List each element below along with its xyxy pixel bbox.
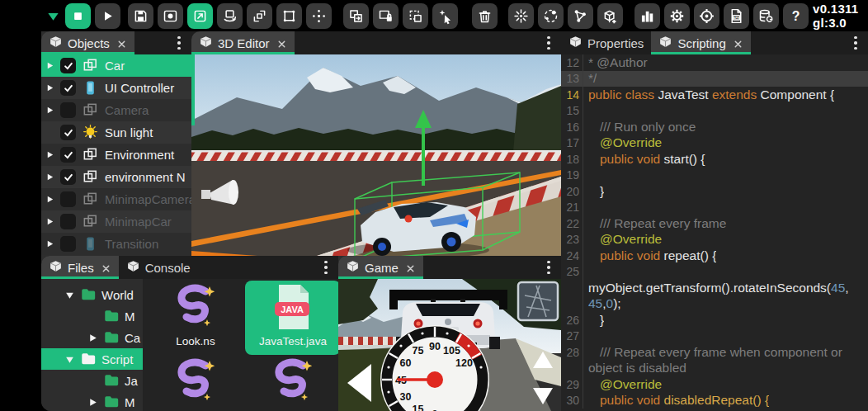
object-row-ui-controller[interactable]: UI Controller — [41, 77, 191, 99]
code-line: 13 */ — [561, 71, 868, 87]
object-label: Environment — [105, 148, 174, 162]
delete-button[interactable] — [472, 3, 498, 29]
code-text: */ — [588, 71, 597, 86]
visibility-checkbox[interactable] — [60, 125, 76, 140]
visibility-checkbox[interactable] — [60, 214, 76, 229]
scripting-menu-button[interactable] — [847, 31, 865, 54]
visibility-checkbox[interactable] — [60, 58, 76, 73]
code-editor[interactable]: 12 * @Author13 */14public class JavaTest… — [561, 54, 868, 411]
settings-button[interactable] — [664, 3, 690, 29]
move-tool-button[interactable] — [187, 3, 213, 29]
scale-tool-button[interactable] — [247, 3, 272, 29]
line-number: 28 — [561, 344, 583, 361]
file-look-ns[interactable]: Look.ns — [148, 281, 243, 355]
line-number: 18 — [561, 151, 583, 168]
flare-button[interactable] — [508, 3, 534, 29]
nodes-icon — [572, 7, 589, 25]
close-icon[interactable] — [733, 38, 743, 49]
close-icon[interactable] — [405, 262, 416, 273]
add-object-button[interactable] — [597, 3, 623, 29]
trash-icon — [476, 7, 493, 25]
files-panel: FilesConsole WorldMCaScriptJaM Look.nsJA… — [41, 256, 338, 411]
line-number: 29 — [561, 376, 583, 393]
tab-scripting[interactable]: Scripting — [651, 31, 750, 54]
help-button[interactable]: ? — [783, 3, 809, 29]
object-row-car[interactable]: Car — [41, 54, 191, 77]
line-number: 25 — [561, 264, 583, 281]
3d-editor-menu-button[interactable] — [540, 31, 558, 54]
file-minimapcar-ns[interactable]: MinimapCar.ns — [148, 355, 243, 411]
expand-arrow-icon[interactable] — [45, 195, 54, 204]
code-line: 26} — [561, 312, 868, 328]
3d-viewport[interactable] — [191, 54, 561, 256]
project-settings-button[interactable] — [694, 3, 719, 29]
version-label: v0.1311 gl:3.0 — [813, 2, 860, 30]
pivot-tool-button[interactable] — [306, 3, 332, 29]
stats-button[interactable] — [634, 3, 660, 29]
tree-label: Ja — [125, 374, 138, 388]
expand-arrow-icon[interactable] — [45, 217, 54, 226]
close-icon[interactable] — [101, 262, 111, 273]
tab-3d-editor[interactable]: 3D Editor — [191, 31, 295, 54]
files-menu-button[interactable] — [317, 256, 335, 279]
play-button[interactable] — [95, 3, 120, 29]
nodes-button[interactable] — [568, 3, 593, 29]
line-number: 13 — [561, 71, 583, 87]
close-icon[interactable] — [116, 38, 127, 49]
duplicate-button[interactable] — [343, 3, 369, 29]
visibility-checkbox[interactable] — [60, 147, 76, 163]
tab-properties[interactable]: Properties — [561, 31, 651, 54]
tab-game[interactable]: Game — [338, 256, 423, 279]
visibility-checkbox[interactable] — [60, 80, 76, 96]
game-menu-button[interactable] — [540, 256, 558, 279]
svg-text:JAVA: JAVA — [281, 305, 304, 314]
expand-arrow-icon[interactable] — [45, 61, 54, 70]
save-button[interactable] — [128, 3, 153, 29]
expand-arrow-icon[interactable] — [45, 150, 54, 159]
rotate-tool-button[interactable] — [217, 3, 243, 29]
game-viewport[interactable]: 0153045607590105120 — [338, 279, 561, 411]
visibility-checkbox[interactable] — [60, 102, 76, 118]
rect-tool-button[interactable] — [276, 3, 302, 29]
touch-select-button[interactable] — [432, 3, 458, 29]
visibility-checkbox[interactable] — [60, 169, 76, 185]
expand-arrow-icon[interactable] — [45, 239, 54, 248]
tab-files[interactable]: Files — [41, 256, 119, 279]
object-row-minimapcar[interactable]: MinimapCar — [41, 210, 191, 233]
orbit-button[interactable] — [538, 3, 564, 29]
object-row-camera[interactable]: Camera — [41, 99, 191, 121]
export-apk-button[interactable]: APK — [724, 3, 749, 29]
object-row-transition[interactable]: Transition — [41, 233, 191, 255]
preview-button[interactable] — [158, 3, 183, 29]
tree-arrow-icon[interactable] — [87, 333, 98, 343]
tab-label: 3D Editor — [218, 36, 270, 50]
object-row-minimapcamera[interactable]: MinimapCamera — [41, 188, 191, 210]
file-lod-ns[interactable]: LOD.ns — [245, 355, 338, 411]
object-row-environment-n[interactable]: environment N — [41, 166, 191, 188]
tree-arrow-icon[interactable] — [64, 354, 75, 365]
tree-arrow-icon[interactable] — [64, 290, 75, 300]
mode-dropdown[interactable] — [45, 3, 61, 29]
database-refresh-button[interactable] — [753, 3, 779, 29]
svg-text:APK: APK — [733, 16, 739, 19]
expand-arrow-icon[interactable] — [45, 106, 54, 115]
close-icon[interactable] — [276, 38, 287, 49]
expand-arrow-icon[interactable] — [45, 83, 54, 92]
file-javatest-java[interactable]: JAVAJavaTest.java — [245, 281, 338, 355]
tab-objects[interactable]: Objects — [41, 31, 134, 54]
game-scene: 0153045607590105120 — [338, 279, 561, 411]
expand-arrow-icon[interactable] — [45, 172, 54, 182]
objects-menu-button[interactable] — [170, 31, 188, 54]
tree-arrow-icon[interactable] — [87, 397, 98, 408]
lock-object-button[interactable] — [373, 3, 399, 29]
tab-label: Game — [365, 261, 399, 275]
visibility-checkbox[interactable] — [60, 191, 76, 207]
tab-console[interactable]: Console — [119, 256, 198, 279]
stop-button[interactable] — [65, 3, 91, 29]
game-tabbar: Game — [338, 256, 561, 279]
objects-list: CarUI ControllerCameraSun lightEnvironme… — [41, 54, 191, 255]
object-row-sun-light[interactable]: Sun light — [41, 121, 191, 144]
paste-object-button[interactable] — [403, 3, 428, 29]
visibility-checkbox[interactable] — [60, 236, 76, 252]
object-row-environment[interactable]: Environment — [41, 144, 191, 166]
